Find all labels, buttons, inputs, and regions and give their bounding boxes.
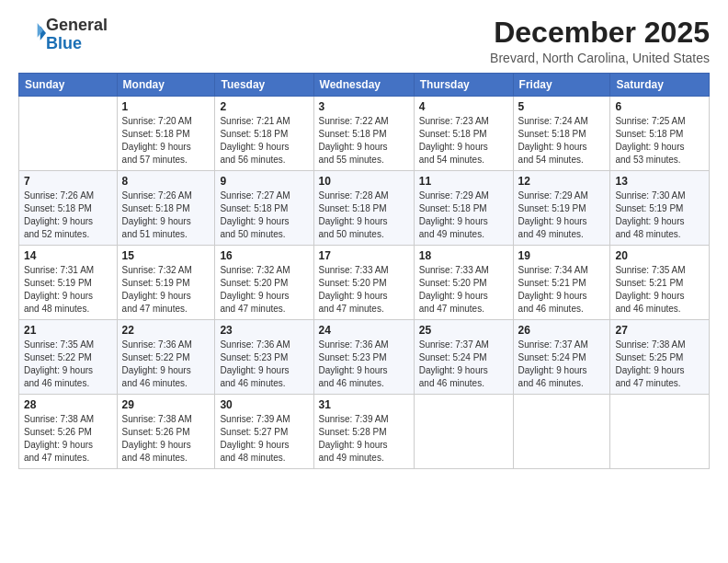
day-info: Sunrise: 7:20 AM Sunset: 5:18 PM Dayligh… [122, 115, 210, 167]
calendar-day-cell: 12Sunrise: 7:29 AM Sunset: 5:19 PM Dayli… [513, 171, 610, 246]
calendar-day-cell: 31Sunrise: 7:39 AM Sunset: 5:28 PM Dayli… [313, 395, 414, 469]
day-info: Sunrise: 7:26 AM Sunset: 5:18 PM Dayligh… [24, 190, 112, 241]
day-info: Sunrise: 7:39 AM Sunset: 5:28 PM Dayligh… [319, 413, 409, 465]
day-number: 1 [122, 100, 210, 113]
calendar-day-cell [513, 395, 610, 469]
day-number: 4 [419, 100, 508, 113]
day-info: Sunrise: 7:25 AM Sunset: 5:18 PM Dayligh… [615, 115, 704, 167]
calendar-day-cell: 17Sunrise: 7:33 AM Sunset: 5:20 PM Dayli… [313, 246, 414, 320]
day-info: Sunrise: 7:36 AM Sunset: 5:23 PM Dayligh… [220, 339, 308, 390]
day-number: 20 [615, 249, 704, 262]
calendar-day-cell: 4Sunrise: 7:23 AM Sunset: 5:18 PM Daylig… [414, 97, 513, 171]
calendar-header: Sunday Monday Tuesday Wednesday Thursday… [19, 74, 710, 97]
day-info: Sunrise: 7:22 AM Sunset: 5:18 PM Dayligh… [319, 115, 409, 167]
title-block: December 2025 Brevard, North Carolina, U… [490, 17, 710, 65]
day-info: Sunrise: 7:32 AM Sunset: 5:20 PM Dayligh… [220, 264, 308, 316]
day-number: 15 [122, 249, 210, 262]
day-info: Sunrise: 7:37 AM Sunset: 5:24 PM Dayligh… [419, 339, 508, 390]
day-number: 13 [615, 175, 704, 188]
day-info: Sunrise: 7:36 AM Sunset: 5:23 PM Dayligh… [319, 339, 409, 390]
day-number: 16 [220, 249, 308, 262]
day-info: Sunrise: 7:33 AM Sunset: 5:20 PM Dayligh… [419, 264, 508, 316]
header-tuesday: Tuesday [215, 74, 313, 97]
calendar-body: 1Sunrise: 7:20 AM Sunset: 5:18 PM Daylig… [19, 97, 710, 469]
month-title: December 2025 [490, 17, 710, 49]
day-number: 18 [419, 249, 508, 262]
calendar-day-cell [610, 395, 710, 469]
header: General Blue December 2025 Brevard, Nort… [18, 17, 710, 65]
calendar-day-cell: 23Sunrise: 7:36 AM Sunset: 5:23 PM Dayli… [215, 320, 313, 395]
calendar-day-cell: 30Sunrise: 7:39 AM Sunset: 5:27 PM Dayli… [215, 395, 313, 469]
day-number: 14 [24, 249, 112, 262]
day-number: 19 [518, 249, 606, 262]
logo-icon [20, 20, 46, 46]
calendar-week-row: 21Sunrise: 7:35 AM Sunset: 5:22 PM Dayli… [19, 320, 710, 395]
day-number: 26 [518, 324, 606, 337]
calendar-day-cell: 29Sunrise: 7:38 AM Sunset: 5:26 PM Dayli… [117, 395, 215, 469]
calendar-day-cell: 10Sunrise: 7:28 AM Sunset: 5:18 PM Dayli… [313, 171, 414, 246]
day-info: Sunrise: 7:29 AM Sunset: 5:18 PM Dayligh… [419, 190, 508, 241]
calendar-day-cell: 16Sunrise: 7:32 AM Sunset: 5:20 PM Dayli… [215, 246, 313, 320]
weekday-header-row: Sunday Monday Tuesday Wednesday Thursday… [19, 74, 710, 97]
day-info: Sunrise: 7:37 AM Sunset: 5:24 PM Dayligh… [518, 339, 606, 390]
calendar-day-cell: 19Sunrise: 7:34 AM Sunset: 5:21 PM Dayli… [513, 246, 610, 320]
calendar-day-cell: 7Sunrise: 7:26 AM Sunset: 5:18 PM Daylig… [19, 171, 118, 246]
day-info: Sunrise: 7:28 AM Sunset: 5:18 PM Dayligh… [319, 190, 409, 241]
calendar-day-cell: 14Sunrise: 7:31 AM Sunset: 5:19 PM Dayli… [19, 246, 118, 320]
day-number: 31 [319, 398, 409, 411]
page: General Blue December 2025 Brevard, Nort… [0, 0, 728, 563]
calendar-table: Sunday Monday Tuesday Wednesday Thursday… [18, 73, 710, 469]
day-number: 28 [24, 398, 112, 411]
calendar-week-row: 14Sunrise: 7:31 AM Sunset: 5:19 PM Dayli… [19, 246, 710, 320]
header-saturday: Saturday [610, 74, 710, 97]
calendar-day-cell: 24Sunrise: 7:36 AM Sunset: 5:23 PM Dayli… [313, 320, 414, 395]
day-number: 8 [122, 175, 210, 188]
day-info: Sunrise: 7:24 AM Sunset: 5:18 PM Dayligh… [518, 115, 606, 167]
day-number: 29 [122, 398, 210, 411]
location-subtitle: Brevard, North Carolina, United States [490, 51, 710, 65]
day-number: 21 [24, 324, 112, 337]
calendar-day-cell [414, 395, 513, 469]
calendar-day-cell: 21Sunrise: 7:35 AM Sunset: 5:22 PM Dayli… [19, 320, 118, 395]
day-number: 25 [419, 324, 508, 337]
day-number: 7 [24, 175, 112, 188]
logo-general: General [46, 16, 108, 34]
calendar-day-cell: 18Sunrise: 7:33 AM Sunset: 5:20 PM Dayli… [414, 246, 513, 320]
calendar-day-cell: 1Sunrise: 7:20 AM Sunset: 5:18 PM Daylig… [117, 97, 215, 171]
day-number: 12 [518, 175, 606, 188]
day-number: 30 [220, 398, 308, 411]
calendar-day-cell [19, 97, 118, 171]
day-number: 23 [220, 324, 308, 337]
day-info: Sunrise: 7:38 AM Sunset: 5:25 PM Dayligh… [615, 339, 704, 390]
header-sunday: Sunday [19, 74, 118, 97]
day-info: Sunrise: 7:23 AM Sunset: 5:18 PM Dayligh… [419, 115, 508, 167]
day-number: 11 [419, 175, 508, 188]
day-info: Sunrise: 7:38 AM Sunset: 5:26 PM Dayligh… [122, 413, 210, 465]
day-number: 3 [319, 100, 409, 113]
day-number: 17 [319, 249, 409, 262]
day-number: 6 [615, 100, 704, 113]
day-info: Sunrise: 7:27 AM Sunset: 5:18 PM Dayligh… [220, 190, 308, 241]
day-info: Sunrise: 7:26 AM Sunset: 5:18 PM Dayligh… [122, 190, 210, 241]
day-info: Sunrise: 7:33 AM Sunset: 5:20 PM Dayligh… [319, 264, 409, 316]
day-info: Sunrise: 7:32 AM Sunset: 5:19 PM Dayligh… [122, 264, 210, 316]
day-info: Sunrise: 7:35 AM Sunset: 5:21 PM Dayligh… [615, 264, 704, 316]
calendar-day-cell: 11Sunrise: 7:29 AM Sunset: 5:18 PM Dayli… [414, 171, 513, 246]
day-number: 5 [518, 100, 606, 113]
calendar-day-cell: 8Sunrise: 7:26 AM Sunset: 5:18 PM Daylig… [117, 171, 215, 246]
calendar-day-cell: 28Sunrise: 7:38 AM Sunset: 5:26 PM Dayli… [19, 395, 118, 469]
calendar-day-cell: 26Sunrise: 7:37 AM Sunset: 5:24 PM Dayli… [513, 320, 610, 395]
day-number: 9 [220, 175, 308, 188]
calendar-day-cell: 27Sunrise: 7:38 AM Sunset: 5:25 PM Dayli… [610, 320, 710, 395]
day-info: Sunrise: 7:39 AM Sunset: 5:27 PM Dayligh… [220, 413, 308, 465]
day-number: 2 [220, 100, 308, 113]
calendar-day-cell: 9Sunrise: 7:27 AM Sunset: 5:18 PM Daylig… [215, 171, 313, 246]
day-info: Sunrise: 7:35 AM Sunset: 5:22 PM Dayligh… [24, 339, 112, 390]
header-wednesday: Wednesday [313, 74, 414, 97]
day-info: Sunrise: 7:21 AM Sunset: 5:18 PM Dayligh… [220, 115, 308, 167]
calendar-week-row: 28Sunrise: 7:38 AM Sunset: 5:26 PM Dayli… [19, 395, 710, 469]
header-thursday: Thursday [414, 74, 513, 97]
day-info: Sunrise: 7:36 AM Sunset: 5:22 PM Dayligh… [122, 339, 210, 390]
calendar-week-row: 7Sunrise: 7:26 AM Sunset: 5:18 PM Daylig… [19, 171, 710, 246]
day-info: Sunrise: 7:29 AM Sunset: 5:19 PM Dayligh… [518, 190, 606, 241]
